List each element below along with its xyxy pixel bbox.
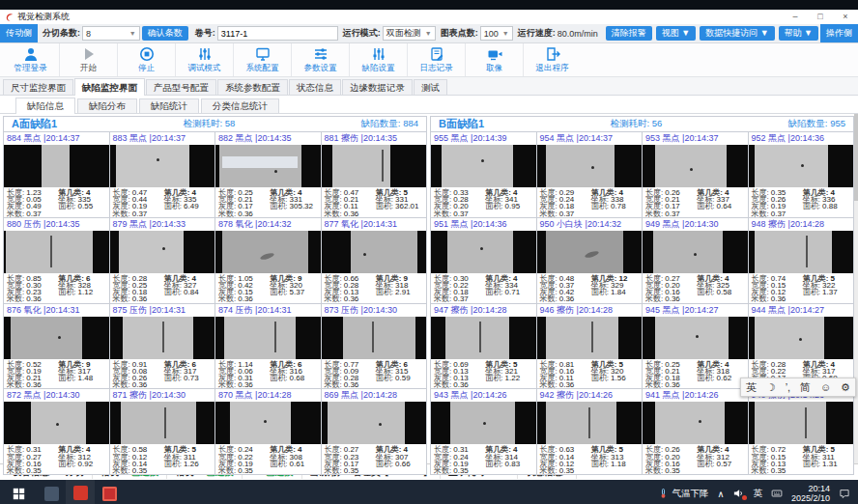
- tab-6[interactable]: 边缘数据记录: [342, 79, 413, 95]
- roll-number-input[interactable]: [217, 26, 338, 41]
- defect-cell[interactable]: 874 压伤 |20:14:31长度:1.14宽度:0.06灰度:0.31米数:…: [215, 304, 322, 390]
- ime-moon-icon[interactable]: ☽: [766, 381, 776, 394]
- chart-points-select[interactable]: 100▼: [480, 26, 513, 41]
- ribbon-stop-button[interactable]: 停止: [117, 43, 175, 76]
- defect-thumbnail[interactable]: [322, 402, 427, 444]
- defect-thumbnail[interactable]: [4, 231, 109, 273]
- slit-count-select[interactable]: 8▼: [82, 26, 140, 41]
- ribbon-log-records-button[interactable]: 日志记录: [407, 43, 465, 76]
- defect-thumbnail[interactable]: [431, 402, 536, 444]
- ribbon-defect-settings-button[interactable]: 缺陷设置: [349, 43, 407, 76]
- defect-cell[interactable]: 872 黑点 |20:14:30长度:0.31宽度:0.27灰度:0.16米数:…: [4, 389, 110, 475]
- defect-cell[interactable]: 950 小白块 |20:14:32长度:0.48宽度:0.37灰度:0.42米数…: [537, 218, 644, 304]
- defect-thumbnail[interactable]: [110, 231, 215, 273]
- defect-cell[interactable]: 882 黑点 |20:14:35长度:0.25宽度:0.21灰度:0.17米数:…: [215, 132, 322, 218]
- ribbon-admin-login-button[interactable]: 管理登录: [2, 43, 59, 76]
- ribbon-param-settings-button[interactable]: 参数设置: [291, 43, 349, 76]
- defect-thumbnail[interactable]: [4, 402, 109, 444]
- defect-thumbnail[interactable]: [4, 317, 109, 359]
- ribbon-debug-mode-button[interactable]: 调试模式: [175, 43, 233, 76]
- drive-side-button[interactable]: 传动侧: [0, 24, 38, 42]
- subtab-3[interactable]: 缺陷统计: [139, 98, 199, 113]
- tab-5[interactable]: 状态信息: [289, 79, 341, 95]
- run-mode-select[interactable]: 双面检测▼: [383, 26, 436, 41]
- defect-thumbnail[interactable]: [4, 145, 109, 187]
- volume-icon[interactable]: [732, 488, 744, 499]
- subtab-4[interactable]: 分类信息统计: [201, 98, 279, 113]
- operator-side-button[interactable]: 操作侧: [820, 24, 858, 42]
- defect-cell[interactable]: 876 氧化 |20:14:31长度:0.52宽度:0.19灰度:0.21米数:…: [4, 304, 110, 390]
- defect-thumbnail[interactable]: [215, 231, 321, 273]
- defect-cell[interactable]: 875 压伤 |20:14:31长度:0.91宽度:0.08灰度:0.26米数:…: [110, 304, 216, 390]
- confirm-count-button[interactable]: 确认条数: [142, 26, 188, 41]
- defect-cell[interactable]: 953 黑点 |20:14:37长度:0.26宽度:0.21灰度:0.17米数:…: [643, 132, 749, 218]
- defect-cell[interactable]: 877 氧化 |20:14:31长度:0.66宽度:0.28灰度:0.13米数:…: [322, 218, 428, 304]
- taskbar-app-icon[interactable]: [66, 480, 95, 504]
- defect-thumbnail[interactable]: [110, 317, 215, 359]
- defect-cell[interactable]: 869 黑点 |20:14:28长度:0.27宽度:0.23灰度:0.17米数:…: [322, 389, 428, 475]
- ime-lang-english[interactable]: 英: [746, 380, 757, 395]
- taskbar-clock[interactable]: 20:14 2025/2/10: [791, 484, 830, 503]
- defect-cell[interactable]: 946 擦伤 |20:14:28长度:0.81宽度:0.16灰度:0.11米数:…: [537, 304, 644, 390]
- ribbon-capture-button[interactable]: 取像: [465, 43, 523, 76]
- defect-cell[interactable]: 880 压伤 |20:14:35长度:0.85宽度:0.30灰度:0.23米数:…: [4, 218, 110, 304]
- defect-thumbnail[interactable]: [322, 317, 427, 359]
- defect-thumbnail[interactable]: [215, 402, 321, 444]
- tab-4[interactable]: 系统参数配置: [217, 79, 288, 95]
- tab-1[interactable]: 尺寸监控界面: [3, 79, 73, 95]
- defect-thumbnail[interactable]: [643, 145, 748, 187]
- action-center-icon[interactable]: [839, 488, 850, 499]
- defect-thumbnail[interactable]: [322, 145, 427, 187]
- defect-cell[interactable]: 941 黑点 |20:14:26长度:0.26宽度:0.20灰度:0.16米数:…: [643, 389, 749, 475]
- ime-simplified-chinese[interactable]: 简: [800, 380, 811, 395]
- defect-thumbnail[interactable]: [215, 317, 321, 359]
- defect-thumbnail[interactable]: [110, 402, 215, 444]
- ime-punctuation-icon[interactable]: ’,: [786, 381, 791, 393]
- weather-tray-item[interactable]: 气温下降: [658, 488, 708, 500]
- keyboard-icon[interactable]: [771, 488, 783, 499]
- start-button[interactable]: [0, 480, 37, 504]
- defect-thumbnail[interactable]: [431, 317, 536, 359]
- defect-cell[interactable]: 870 黑点 |20:14:28长度:0.24宽度:0.22灰度:0.19米数:…: [215, 389, 322, 475]
- defect-thumbnail[interactable]: [215, 145, 321, 187]
- defect-thumbnail[interactable]: [643, 231, 748, 273]
- tab-7[interactable]: 测试: [414, 79, 447, 95]
- defect-thumbnail[interactable]: [749, 402, 854, 444]
- defect-cell[interactable]: 947 擦伤 |20:14:28长度:0.69宽度:0.13灰度:0.13米数:…: [431, 304, 537, 390]
- ribbon-start-button[interactable]: 开始: [59, 43, 117, 76]
- ime-emoji-icon[interactable]: ☺: [820, 381, 831, 393]
- defect-thumbnail[interactable]: [537, 145, 643, 187]
- defect-cell[interactable]: 940 擦伤 |20:14:26长度:0.72宽度:0.15灰度:0.13米数:…: [749, 389, 855, 475]
- defect-thumbnail[interactable]: [749, 317, 854, 359]
- ime-settings-icon[interactable]: ⚙: [841, 381, 850, 394]
- defect-thumbnail[interactable]: [749, 145, 854, 187]
- maximize-button[interactable]: □: [808, 10, 833, 24]
- defect-cell[interactable]: 955 黑点 |20:14:39长度:0.33宽度:0.28灰度:0.20米数:…: [431, 132, 537, 218]
- defect-cell[interactable]: 945 黑点 |20:14:27长度:0.25宽度:0.21灰度:0.18米数:…: [643, 304, 749, 390]
- view-menu-button[interactable]: 视图 ▼: [656, 26, 696, 41]
- ribbon-exit-button[interactable]: 退出程序: [523, 43, 581, 76]
- defect-cell[interactable]: 879 黑点 |20:14:33长度:0.28宽度:0.25灰度:0.18米数:…: [110, 218, 216, 304]
- defect-cell[interactable]: 884 黑点 |20:14:37长度:1.23宽度:0.05灰度:0.49米数:…: [4, 132, 110, 218]
- tray-chevron-icon[interactable]: ∧: [717, 489, 724, 499]
- data-quick-access-button[interactable]: 数据快捷访问 ▼: [700, 26, 774, 41]
- defect-thumbnail[interactable]: [643, 317, 748, 359]
- help-menu-button[interactable]: 帮助 ▼: [779, 26, 818, 41]
- taskbar-app-icon[interactable]: [37, 480, 66, 504]
- defect-cell[interactable]: 948 擦伤 |20:14:28长度:0.74宽度:0.15灰度:0.12米数:…: [749, 218, 855, 304]
- subtab-2[interactable]: 缺陷分布: [77, 98, 137, 113]
- defect-thumbnail[interactable]: [749, 231, 854, 273]
- defect-cell[interactable]: 951 黑点 |20:14:36长度:0.30宽度:0.22灰度:0.18米数:…: [431, 218, 537, 304]
- tab-2[interactable]: 缺陷监控界面: [74, 78, 145, 96]
- defect-cell[interactable]: 883 黑点 |20:14:37长度:0.47宽度:0.44灰度:0.19米数:…: [110, 132, 216, 218]
- tab-3[interactable]: 产品型号配置: [146, 79, 216, 95]
- subtab-1[interactable]: 缺陷信息: [15, 98, 75, 114]
- defect-cell[interactable]: 878 氧化 |20:14:32长度:1.05宽度:0.42灰度:0.15米数:…: [215, 218, 322, 304]
- defect-cell[interactable]: 881 擦伤 |20:14:35长度:0.47宽度:0.21灰度:0.11米数:…: [322, 132, 428, 218]
- minimize-button[interactable]: –: [783, 10, 808, 24]
- defect-cell[interactable]: 952 黑点 |20:14:36长度:0.35宽度:0.26灰度:0.19米数:…: [749, 132, 855, 218]
- defect-cell[interactable]: 949 黑点 |20:14:30长度:0.27宽度:0.20灰度:0.16米数:…: [643, 218, 749, 304]
- defect-cell[interactable]: 954 黑点 |20:14:37长度:0.29宽度:0.24灰度:0.18米数:…: [537, 132, 644, 218]
- defect-thumbnail[interactable]: [537, 231, 643, 273]
- defect-thumbnail[interactable]: [110, 145, 215, 187]
